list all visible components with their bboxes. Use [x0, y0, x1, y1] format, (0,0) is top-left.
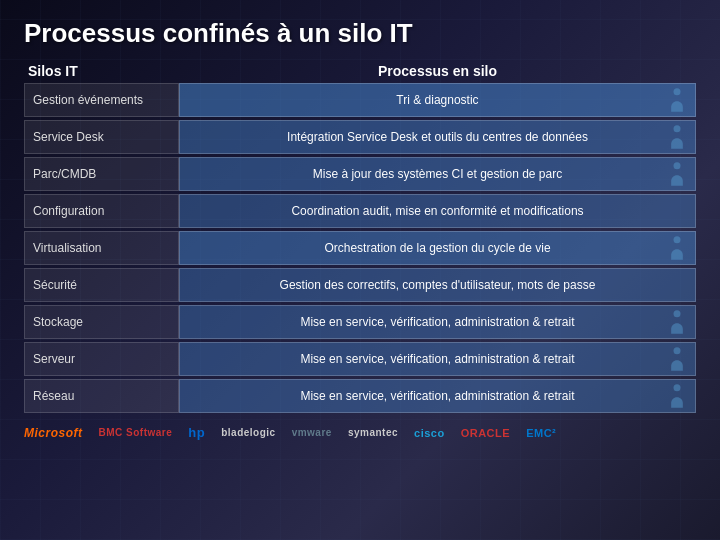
main-table: Silos IT Processus en silo Gestion événe…: [24, 63, 696, 413]
logo-item: vmware: [292, 427, 332, 438]
table-row: Parc/CMDBMise à jour des systèmes CI et …: [24, 157, 696, 191]
svg-point-5: [674, 347, 681, 354]
table-row: VirtualisationOrchestration de la gestio…: [24, 231, 696, 265]
table-row: RéseauMise en service, vérification, adm…: [24, 379, 696, 413]
svg-point-6: [674, 384, 681, 391]
silo-cell: Virtualisation: [24, 231, 179, 265]
table-header: Silos IT Processus en silo: [24, 63, 696, 79]
svg-point-4: [674, 310, 681, 317]
process-text: Coordination audit, mise en conformité e…: [291, 204, 583, 218]
figure-icon: [663, 382, 691, 410]
silo-cell: Service Desk: [24, 120, 179, 154]
svg-point-0: [674, 88, 681, 95]
figure-icon: [663, 345, 691, 373]
header-silos: Silos IT: [28, 63, 183, 79]
table-row: ConfigurationCoordination audit, mise en…: [24, 194, 696, 228]
logo-item: EMC²: [526, 427, 556, 439]
silo-cell: Gestion événements: [24, 83, 179, 117]
figure-icon: [663, 86, 691, 114]
logos-row: MicrosoftBMC Softwarehpbladelogicvmwares…: [24, 421, 696, 444]
logo-item: cisco: [414, 427, 445, 439]
process-text: Orchestration de la gestion du cycle de …: [324, 241, 550, 255]
process-cell: Mise en service, vérification, administr…: [179, 342, 696, 376]
process-text: Mise en service, vérification, administr…: [300, 315, 574, 329]
table-row: SécuritéGestion des correctifs, comptes …: [24, 268, 696, 302]
table-body: Gestion événementsTri & diagnostic Servi…: [24, 83, 696, 413]
silo-cell: Serveur: [24, 342, 179, 376]
svg-point-3: [674, 236, 681, 243]
process-text: Gestion des correctifs, comptes d'utilis…: [280, 278, 596, 292]
silo-cell: Parc/CMDB: [24, 157, 179, 191]
process-cell: Coordination audit, mise en conformité e…: [179, 194, 696, 228]
process-cell: Mise en service, vérification, administr…: [179, 305, 696, 339]
logo-item: Microsoft: [24, 426, 83, 440]
figure-icon: [663, 123, 691, 151]
process-cell: Tri & diagnostic: [179, 83, 696, 117]
silo-cell: Réseau: [24, 379, 179, 413]
process-text: Intégration Service Desk et outils du ce…: [287, 130, 588, 144]
page-title: Processus confinés à un silo IT: [24, 18, 696, 49]
process-cell: Mise à jour des systèmes CI et gestion d…: [179, 157, 696, 191]
table-row: StockageMise en service, vérification, a…: [24, 305, 696, 339]
figure-icon: [663, 160, 691, 188]
figure-icon: [663, 234, 691, 262]
process-cell: Gestion des correctifs, comptes d'utilis…: [179, 268, 696, 302]
logo-item: hp: [188, 425, 205, 440]
process-cell: Intégration Service Desk et outils du ce…: [179, 120, 696, 154]
process-cell: Mise en service, vérification, administr…: [179, 379, 696, 413]
logo-item: bladelogic: [221, 427, 275, 438]
logo-item: symantec: [348, 427, 398, 438]
svg-point-2: [674, 162, 681, 169]
table-row: Service DeskIntégration Service Desk et …: [24, 120, 696, 154]
silo-cell: Configuration: [24, 194, 179, 228]
process-text: Mise en service, vérification, administr…: [300, 389, 574, 403]
silo-cell: Sécurité: [24, 268, 179, 302]
logos-container: MicrosoftBMC Softwarehpbladelogicvmwares…: [24, 425, 556, 440]
silo-cell: Stockage: [24, 305, 179, 339]
process-cell: Orchestration de la gestion du cycle de …: [179, 231, 696, 265]
process-text: Tri & diagnostic: [396, 93, 478, 107]
logo-item: BMC Software: [99, 427, 173, 438]
process-text: Mise à jour des systèmes CI et gestion d…: [313, 167, 562, 181]
header-process: Processus en silo: [183, 63, 692, 79]
logo-item: ORACLE: [461, 427, 510, 439]
figure-icon: [663, 308, 691, 336]
table-row: Gestion événementsTri & diagnostic: [24, 83, 696, 117]
table-row: ServeurMise en service, vérification, ad…: [24, 342, 696, 376]
process-text: Mise en service, vérification, administr…: [300, 352, 574, 366]
svg-point-1: [674, 125, 681, 132]
